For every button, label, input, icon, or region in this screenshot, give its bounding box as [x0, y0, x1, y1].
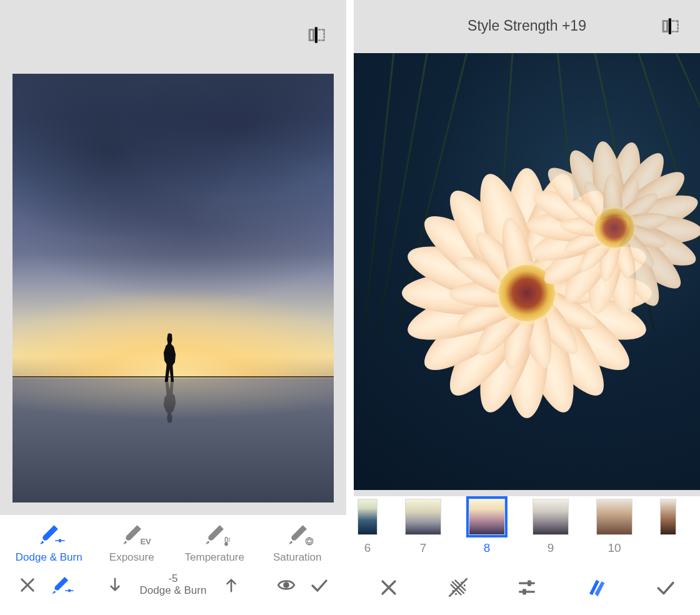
editor-pane-brush: Dodge & Burn EV Exposure Temperature: [0, 0, 346, 615]
strength-readout: -5 Dodge & Burn: [140, 573, 207, 596]
brush-label: Exposure: [109, 551, 154, 564]
mask-preview-button[interactable]: [270, 571, 302, 599]
compare-icon: [307, 24, 328, 46]
style-thumb-6[interactable]: 6: [358, 499, 378, 555]
brush-tool-strip: Dodge & Burn EV Exposure Temperature: [0, 515, 346, 615]
brush-dodge-burn[interactable]: Dodge & Burn: [8, 524, 91, 564]
photo-preview: [12, 74, 334, 502]
styles-button[interactable]: [578, 572, 615, 602]
style-swatch: [596, 499, 632, 535]
brush-mode-button[interactable]: [44, 571, 76, 599]
eye-icon: [277, 576, 296, 594]
editor-pane-styles: Style Strength +19: [354, 0, 700, 615]
swatches-icon: [586, 577, 607, 598]
style-number: 7: [420, 541, 427, 555]
compare-button[interactable]: [304, 21, 331, 49]
bottom-bar: -5 Dodge & Burn: [0, 566, 346, 605]
brush-label: Temperature: [185, 551, 244, 564]
brush-icon: EV: [121, 524, 142, 545]
brush-temperature[interactable]: Temperature: [173, 524, 256, 564]
brush-icon: [38, 524, 59, 545]
brush-adjust-icon: [51, 576, 69, 594]
style-number: 9: [548, 541, 554, 555]
cancel-button[interactable]: [11, 571, 44, 599]
check-icon: [310, 576, 328, 594]
texture-off-icon: [448, 578, 468, 598]
top-bar: [0, 0, 346, 74]
brush-label: Dodge & Burn: [16, 551, 82, 564]
style-number: 10: [608, 541, 621, 555]
style-tool-strip: 678910: [354, 496, 700, 615]
style-strength-label: Style Strength +19: [354, 18, 700, 34]
compare-button[interactable]: [658, 12, 685, 40]
brush-list: Dodge & Burn EV Exposure Temperature: [0, 515, 346, 566]
cancel-button[interactable]: [370, 572, 408, 602]
style-swatch: [405, 499, 441, 535]
style-number: 6: [364, 541, 371, 555]
brush-exposure[interactable]: EV Exposure: [91, 524, 174, 564]
arrow-down-icon: [107, 577, 123, 593]
style-thumb-next[interactable]: [660, 499, 676, 535]
style-swatch: [469, 499, 505, 535]
brush-icon: [287, 524, 308, 545]
close-icon: [380, 579, 398, 596]
image-canvas[interactable]: [0, 74, 346, 515]
style-thumb-9[interactable]: 9: [532, 499, 569, 555]
strength-value: -5: [168, 573, 178, 585]
style-swatch: [358, 499, 378, 535]
arrow-up-icon: [223, 577, 239, 593]
style-thumbnails[interactable]: 678910: [354, 496, 700, 556]
photo-preview: [354, 53, 700, 490]
image-canvas[interactable]: [354, 53, 700, 496]
check-icon: [656, 578, 674, 597]
brush-saturation[interactable]: Saturation: [256, 524, 339, 564]
style-thumb-10[interactable]: 10: [596, 499, 632, 555]
style-swatch: [660, 499, 676, 535]
style-thumb-8[interactable]: 8: [469, 499, 505, 555]
strength-control: -5 Dodge & Burn: [76, 571, 270, 599]
brush-icon: [204, 524, 225, 545]
texture-button[interactable]: [439, 572, 477, 602]
brush-label: Saturation: [273, 551, 322, 564]
sliders-icon: [517, 578, 537, 598]
apply-button[interactable]: [646, 572, 684, 602]
top-bar: Style Strength +19: [354, 0, 700, 53]
close-icon: [19, 577, 36, 593]
style-swatch: [532, 499, 569, 535]
style-thumb-7[interactable]: 7: [405, 499, 441, 555]
apply-button[interactable]: [302, 571, 335, 599]
adjust-sliders-button[interactable]: [508, 572, 546, 602]
strength-label: Dodge & Burn: [140, 585, 207, 597]
strength-decrease-button[interactable]: [99, 571, 131, 599]
ev-badge: EV: [140, 537, 151, 546]
pane-divider: [346, 0, 354, 615]
compare-icon: [661, 16, 682, 37]
bottom-bar: [354, 556, 700, 611]
strength-increase-button[interactable]: [215, 571, 248, 599]
style-number: 8: [484, 541, 491, 555]
